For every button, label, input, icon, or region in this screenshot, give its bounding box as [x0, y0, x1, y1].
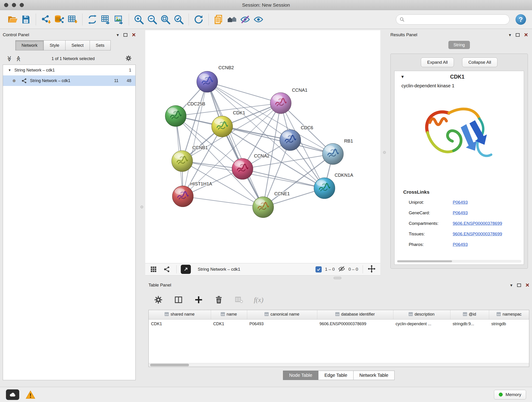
export-image-button[interactable]	[112, 13, 126, 26]
control-panel-float-button[interactable]: ▾	[117, 33, 119, 37]
svg-text:HIST1H1A: HIST1H1A	[190, 181, 212, 186]
open-in-new-window-button[interactable]	[181, 265, 191, 274]
control-panel-maximize-button[interactable]	[123, 33, 127, 37]
zoom-in-button[interactable]	[132, 13, 146, 26]
network-node-CCNB2	[197, 71, 218, 92]
gene-card-expander-icon[interactable]: ▼	[400, 75, 405, 79]
column-type-icon	[265, 312, 268, 317]
scrollbar-thumb[interactable]	[150, 364, 189, 366]
svg-text:CDK1: CDK1	[233, 110, 245, 115]
import-network-database-button[interactable]	[52, 13, 66, 26]
table-row[interactable]: CDK1 CDK1 P06493 9606.ENSP00000378699 cy…	[149, 319, 529, 328]
refresh-layout-button[interactable]	[192, 13, 205, 26]
open-session-icon	[7, 14, 18, 25]
pan-mode-button[interactable]	[367, 265, 376, 274]
export-table-button[interactable]	[99, 13, 112, 26]
application-window: Session: New Session	[0, 0, 532, 402]
tab-select[interactable]: Select	[65, 40, 90, 51]
tab-node-table[interactable]: Node Table	[283, 370, 318, 380]
cell-description[interactable]: cyclin-dependent ...	[393, 319, 450, 328]
memory-button[interactable]: Memory	[494, 390, 526, 400]
network-options-button[interactable]	[125, 55, 132, 63]
expand-all-button[interactable]: Expand All	[421, 57, 454, 67]
cloud-sync-button[interactable]	[6, 389, 19, 400]
collection-expander-icon[interactable]: ▼	[8, 68, 11, 72]
pharos-link[interactable]: P06493	[453, 242, 468, 247]
column-header[interactable]: canonical name	[247, 310, 317, 319]
clone-network-button[interactable]	[86, 13, 99, 26]
tab-style[interactable]: Style	[44, 40, 65, 51]
column-header[interactable]: shared name	[149, 310, 211, 319]
network-selection-status: 1 of 1 Network selected	[21, 56, 125, 61]
function-builder-button[interactable]: f(x)	[254, 296, 264, 304]
collapse-all-button[interactable]: Collapse All	[462, 57, 497, 67]
cell-shared-name[interactable]: CDK1	[149, 319, 211, 328]
column-header[interactable]: name	[211, 310, 247, 319]
network-collection-row[interactable]: ▼ String Network – cdk1 1	[3, 65, 135, 75]
control-panel-close-button[interactable]: ×	[132, 32, 136, 38]
tab-network-table[interactable]: Network Table	[353, 370, 394, 380]
results-panel-maximize-button[interactable]	[516, 33, 520, 37]
import-table-icon	[67, 14, 78, 25]
search-box[interactable]	[396, 14, 510, 25]
cell-name[interactable]: CDK1	[211, 319, 247, 328]
birdseye-view-button[interactable]	[150, 266, 157, 273]
network-row-selected[interactable]: String Network – cdk1 11 48	[3, 75, 135, 86]
network-type-button[interactable]	[163, 266, 171, 273]
refresh-layout-icon	[193, 14, 204, 25]
open-session-button[interactable]	[6, 13, 19, 26]
column-header[interactable]: description	[393, 310, 450, 319]
window-title: Session: New Session	[0, 2, 532, 8]
hide-selected-button[interactable]	[239, 13, 252, 26]
cell-database-identifier[interactable]: 9606.ENSP00000378699	[317, 319, 393, 328]
delete-column-button[interactable]	[214, 294, 224, 305]
tab-sets[interactable]: Sets	[89, 40, 111, 51]
column-header[interactable]: namespac	[489, 310, 529, 319]
clone-document-button[interactable]	[212, 13, 225, 26]
results-panel-close-button[interactable]: ×	[524, 32, 528, 38]
network-node-CCNE1	[253, 197, 274, 218]
warnings-button[interactable]	[26, 390, 35, 400]
cell-id[interactable]: stringdb:9...	[450, 319, 489, 328]
import-table-button[interactable]	[66, 13, 79, 26]
uniprot-link[interactable]: P06493	[453, 200, 468, 205]
tab-edge-table[interactable]: Edge Table	[318, 370, 354, 380]
column-header[interactable]: database identifier	[317, 310, 393, 319]
column-header[interactable]: @id	[450, 310, 489, 319]
zoom-selected-button[interactable]	[172, 13, 185, 26]
import-network-file-button[interactable]	[39, 13, 52, 26]
show-all-button[interactable]	[252, 13, 265, 26]
table-hscrollbar[interactable]	[149, 363, 529, 367]
zoom-out-button[interactable]	[146, 13, 159, 26]
table-panel-close-button[interactable]: ×	[526, 282, 529, 288]
compartments-link[interactable]: 9606.ENSP00000378699	[453, 221, 502, 226]
show-columns-button[interactable]	[173, 294, 184, 305]
collapse-all-networks-icon[interactable]: ≫	[6, 56, 13, 61]
right-splitter-handle[interactable]	[383, 151, 386, 154]
cell-namespace[interactable]: stringdb	[489, 319, 529, 328]
horizontal-splitter-handle[interactable]	[334, 277, 341, 279]
search-input[interactable]	[407, 17, 506, 22]
first-neighbors-button[interactable]	[225, 13, 239, 26]
left-splitter-handle[interactable]	[140, 206, 143, 208]
zoom-fit-button[interactable]	[159, 13, 172, 26]
cell-canonical-name[interactable]: P06493	[247, 319, 317, 328]
selected-indicator-checkbox[interactable]	[316, 266, 322, 273]
crosslink-label: Tissues:	[409, 231, 453, 236]
expand-all-networks-icon[interactable]: ≫	[15, 56, 22, 61]
table-options-button[interactable]	[153, 294, 164, 305]
table-panel-maximize-button[interactable]	[517, 283, 521, 287]
string-results-tab[interactable]: String	[448, 41, 470, 49]
tab-network[interactable]: Network	[15, 40, 44, 51]
results-panel-float-button[interactable]: ▾	[509, 33, 511, 37]
genecard-link[interactable]: P06493	[453, 211, 468, 216]
help-button[interactable]: ?	[515, 14, 526, 25]
tissues-link[interactable]: 9606.ENSP00000378699	[453, 231, 502, 236]
export-image-icon	[114, 14, 124, 25]
create-column-button[interactable]	[193, 294, 204, 305]
network-canvas[interactable]: CCNB2CCNA1CDC25BCDK1CDC6RB1CCNB1CCNA2CDK…	[145, 30, 380, 263]
save-session-button[interactable]	[19, 13, 32, 26]
gene-card-hscrollbar[interactable]	[397, 260, 521, 263]
table-panel-float-button[interactable]: ▾	[510, 283, 513, 287]
table-panel-tabs: Node Table Edge Table Network Table	[148, 370, 529, 380]
